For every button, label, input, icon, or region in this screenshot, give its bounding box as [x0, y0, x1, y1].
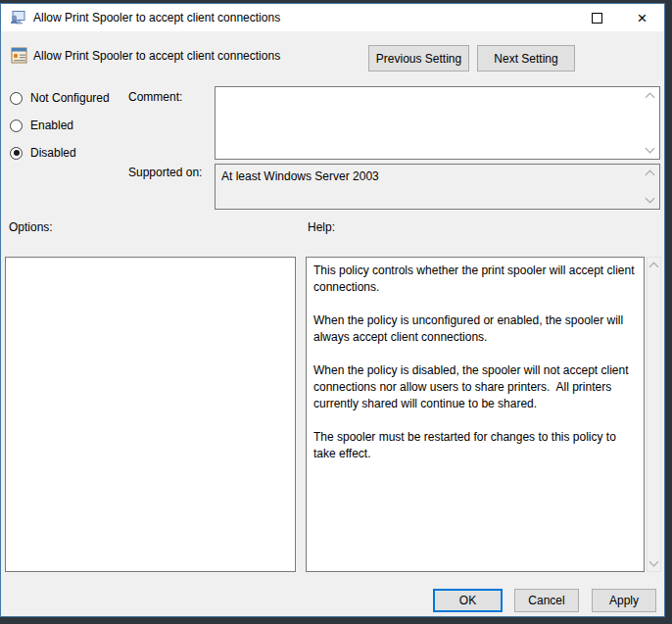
help-scrollbar[interactable]: [647, 257, 661, 572]
close-icon: ×: [638, 10, 648, 26]
radio-disabled[interactable]: Disabled: [10, 145, 76, 161]
radio-enabled[interactable]: Enabled: [10, 118, 73, 133]
comment-input[interactable]: [215, 86, 660, 160]
window-title: Allow Print Spooler to accept client con…: [33, 11, 280, 24]
setting-title: Allow Print Spooler to accept client con…: [33, 49, 280, 63]
radio-circle: [10, 92, 23, 105]
supported-on-value: At least Windows Server 2003: [221, 169, 636, 183]
comment-label: Comment:: [128, 90, 182, 104]
chevron-up-icon[interactable]: [649, 263, 659, 272]
radio-not-configured[interactable]: Not Configured: [10, 90, 110, 106]
maximize-icon: [592, 13, 602, 24]
radio-circle: [10, 120, 23, 132]
chevron-up-icon[interactable]: [646, 170, 655, 180]
help-text: This policy controls whether the print s…: [306, 257, 645, 572]
ok-button[interactable]: OK: [433, 589, 503, 612]
titlebar: Allow Print Spooler to accept client con…: [1, 4, 664, 31]
radio-label: Disabled: [30, 146, 76, 160]
chevron-down-icon[interactable]: [646, 194, 655, 204]
apply-button[interactable]: Apply: [592, 589, 656, 612]
supported-on-label: Supported on:: [128, 166, 202, 179]
policy-setting-icon: [11, 47, 27, 64]
chevron-up-icon[interactable]: [646, 93, 655, 103]
policy-setting-dialog: Allow Print Spooler to accept client con…: [0, 3, 665, 617]
options-panel: [5, 257, 296, 572]
gpo-computer-user-icon: [10, 10, 25, 25]
maximize-button[interactable]: [575, 4, 619, 31]
options-label: Options:: [9, 220, 53, 234]
next-setting-button[interactable]: Next Setting: [477, 45, 575, 72]
cancel-button[interactable]: Cancel: [514, 589, 579, 612]
help-paragraph: When the policy is disabled, the spooler…: [313, 362, 636, 412]
supported-on-field: At least Windows Server 2003: [215, 164, 660, 210]
help-label: Help:: [308, 220, 335, 234]
radio-label: Enabled: [30, 119, 73, 132]
help-paragraph: The spooler must be restarted for change…: [313, 429, 636, 462]
help-paragraph: When the policy is unconfigured or enabl…: [313, 312, 636, 346]
close-button[interactable]: ×: [620, 4, 664, 31]
chevron-down-icon[interactable]: [649, 557, 659, 567]
previous-setting-button[interactable]: Previous Setting: [368, 45, 469, 72]
chevron-down-icon[interactable]: [646, 144, 655, 154]
radio-label: Not Configured: [30, 91, 110, 105]
help-paragraph: This policy controls whether the print s…: [313, 263, 636, 296]
radio-circle: [10, 147, 23, 160]
